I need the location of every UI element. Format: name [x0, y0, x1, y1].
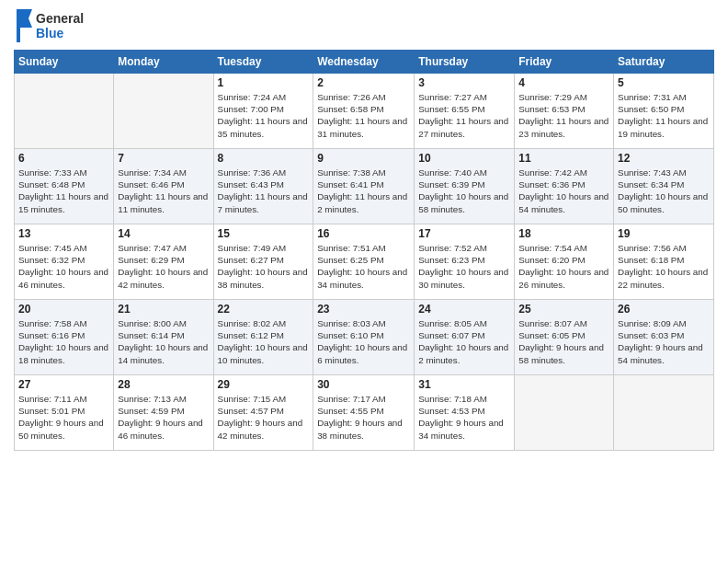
day-header-row: Sunday Monday Tuesday Wednesday Thursday…	[15, 51, 714, 74]
day-number: 14	[118, 227, 209, 240]
header-tuesday: Tuesday	[213, 51, 313, 74]
svg-marker-0	[17, 9, 32, 42]
day-info: Sunrise: 7:36 AM Sunset: 6:43 PM Dayligh…	[218, 167, 310, 215]
day-info: Sunrise: 7:51 AM Sunset: 6:25 PM Dayligh…	[317, 242, 410, 291]
day-number: 26	[618, 303, 710, 316]
day-info: Sunrise: 7:43 AM Sunset: 6:34 PM Dayligh…	[618, 167, 710, 215]
day-info: Sunrise: 7:13 AM Sunset: 4:59 PM Dayligh…	[118, 393, 209, 442]
calendar-cell: 12Sunrise: 7:43 AM Sunset: 6:34 PM Dayli…	[614, 149, 714, 224]
logo-blue-text: Blue	[36, 26, 84, 40]
calendar-cell: 25Sunrise: 8:07 AM Sunset: 6:05 PM Dayli…	[515, 300, 614, 375]
header-wednesday: Wednesday	[313, 51, 415, 74]
calendar-cell: 21Sunrise: 8:00 AM Sunset: 6:14 PM Dayli…	[114, 300, 213, 375]
calendar-cell: 28Sunrise: 7:13 AM Sunset: 4:59 PM Dayli…	[114, 375, 213, 451]
calendar-table: Sunday Monday Tuesday Wednesday Thursday…	[14, 50, 714, 451]
day-info: Sunrise: 7:17 AM Sunset: 4:55 PM Dayligh…	[317, 393, 410, 442]
calendar-cell: 29Sunrise: 7:15 AM Sunset: 4:57 PM Dayli…	[213, 375, 313, 451]
day-number: 1	[218, 76, 310, 89]
logo-general-text: General	[36, 11, 84, 26]
day-info: Sunrise: 7:29 AM Sunset: 6:53 PM Dayligh…	[518, 91, 609, 140]
calendar-cell: 30Sunrise: 7:17 AM Sunset: 4:55 PM Dayli…	[313, 375, 415, 451]
day-number: 28	[118, 378, 209, 391]
day-info: Sunrise: 7:18 AM Sunset: 4:53 PM Dayligh…	[418, 393, 510, 442]
header-monday: Monday	[114, 51, 213, 74]
day-number: 7	[118, 152, 209, 165]
day-number: 19	[618, 227, 710, 240]
day-info: Sunrise: 7:27 AM Sunset: 6:55 PM Dayligh…	[418, 91, 510, 140]
calendar-cell: 17Sunrise: 7:52 AM Sunset: 6:23 PM Dayli…	[415, 224, 515, 300]
calendar-cell: 2Sunrise: 7:26 AM Sunset: 6:58 PM Daylig…	[313, 74, 415, 149]
day-info: Sunrise: 7:34 AM Sunset: 6:46 PM Dayligh…	[118, 167, 209, 215]
day-number: 13	[18, 227, 109, 240]
day-info: Sunrise: 8:07 AM Sunset: 6:05 PM Dayligh…	[518, 317, 609, 366]
day-number: 5	[618, 76, 710, 89]
day-info: Sunrise: 7:24 AM Sunset: 7:00 PM Dayligh…	[218, 91, 310, 140]
day-info: Sunrise: 7:42 AM Sunset: 6:36 PM Dayligh…	[518, 167, 609, 215]
day-info: Sunrise: 7:45 AM Sunset: 6:32 PM Dayligh…	[18, 242, 109, 291]
header-saturday: Saturday	[614, 51, 714, 74]
day-number: 4	[518, 76, 609, 89]
day-number: 24	[418, 303, 510, 316]
calendar-cell: 6Sunrise: 7:33 AM Sunset: 6:48 PM Daylig…	[15, 149, 114, 224]
header-thursday: Thursday	[415, 51, 515, 74]
calendar-cell: 8Sunrise: 7:36 AM Sunset: 6:43 PM Daylig…	[213, 149, 313, 224]
page-container: General Blue Sunday Monday Tuesday Wedne…	[0, 0, 728, 455]
day-number: 27	[18, 378, 109, 391]
day-info: Sunrise: 7:31 AM Sunset: 6:50 PM Dayligh…	[618, 91, 710, 140]
day-number: 11	[518, 152, 609, 165]
header-sunday: Sunday	[15, 51, 114, 74]
header: General Blue	[14, 9, 714, 42]
calendar-cell: 9Sunrise: 7:38 AM Sunset: 6:41 PM Daylig…	[313, 149, 415, 224]
calendar-cell: 15Sunrise: 7:49 AM Sunset: 6:27 PM Dayli…	[213, 224, 313, 300]
calendar-cell: 22Sunrise: 8:02 AM Sunset: 6:12 PM Dayli…	[213, 300, 313, 375]
calendar-cell: 14Sunrise: 7:47 AM Sunset: 6:29 PM Dayli…	[114, 224, 213, 300]
day-info: Sunrise: 7:15 AM Sunset: 4:57 PM Dayligh…	[218, 393, 310, 442]
calendar-cell: 26Sunrise: 8:09 AM Sunset: 6:03 PM Dayli…	[614, 300, 714, 375]
logo: General Blue	[14, 9, 84, 42]
calendar-cell: 11Sunrise: 7:42 AM Sunset: 6:36 PM Dayli…	[515, 149, 614, 224]
day-number: 31	[418, 378, 510, 391]
day-info: Sunrise: 7:40 AM Sunset: 6:39 PM Dayligh…	[418, 167, 510, 215]
day-number: 17	[418, 227, 510, 240]
calendar-cell: 23Sunrise: 8:03 AM Sunset: 6:10 PM Dayli…	[313, 300, 415, 375]
calendar-cell: 13Sunrise: 7:45 AM Sunset: 6:32 PM Dayli…	[15, 224, 114, 300]
calendar-cell	[515, 375, 614, 451]
day-number: 25	[518, 303, 609, 316]
day-number: 22	[218, 303, 310, 316]
day-info: Sunrise: 8:05 AM Sunset: 6:07 PM Dayligh…	[418, 317, 510, 366]
day-number: 15	[218, 227, 310, 240]
day-number: 12	[618, 152, 710, 165]
day-number: 23	[317, 303, 410, 316]
day-info: Sunrise: 8:02 AM Sunset: 6:12 PM Dayligh…	[218, 317, 310, 366]
calendar-header: Sunday Monday Tuesday Wednesday Thursday…	[15, 51, 714, 74]
day-number: 8	[218, 152, 310, 165]
calendar-body: 1Sunrise: 7:24 AM Sunset: 7:00 PM Daylig…	[15, 74, 714, 451]
day-number: 6	[18, 152, 109, 165]
calendar-cell: 27Sunrise: 7:11 AM Sunset: 5:01 PM Dayli…	[15, 375, 114, 451]
day-info: Sunrise: 8:09 AM Sunset: 6:03 PM Dayligh…	[618, 317, 710, 366]
calendar-cell: 18Sunrise: 7:54 AM Sunset: 6:20 PM Dayli…	[515, 224, 614, 300]
day-number: 9	[317, 152, 410, 165]
calendar-cell: 4Sunrise: 7:29 AM Sunset: 6:53 PM Daylig…	[515, 74, 614, 149]
day-info: Sunrise: 7:26 AM Sunset: 6:58 PM Dayligh…	[317, 91, 410, 140]
day-info: Sunrise: 7:52 AM Sunset: 6:23 PM Dayligh…	[418, 242, 510, 291]
calendar-cell	[114, 74, 213, 149]
day-info: Sunrise: 7:11 AM Sunset: 5:01 PM Dayligh…	[18, 393, 109, 442]
calendar-week-row: 6Sunrise: 7:33 AM Sunset: 6:48 PM Daylig…	[15, 149, 714, 224]
day-info: Sunrise: 7:33 AM Sunset: 6:48 PM Dayligh…	[18, 167, 109, 215]
calendar-cell	[614, 375, 714, 451]
calendar-cell: 31Sunrise: 7:18 AM Sunset: 4:53 PM Dayli…	[415, 375, 515, 451]
calendar-cell: 19Sunrise: 7:56 AM Sunset: 6:18 PM Dayli…	[614, 224, 714, 300]
day-info: Sunrise: 7:49 AM Sunset: 6:27 PM Dayligh…	[218, 242, 310, 291]
day-info: Sunrise: 7:54 AM Sunset: 6:20 PM Dayligh…	[518, 242, 609, 291]
day-info: Sunrise: 7:38 AM Sunset: 6:41 PM Dayligh…	[317, 167, 410, 215]
day-number: 20	[18, 303, 109, 316]
day-number: 21	[118, 303, 209, 316]
calendar-cell: 10Sunrise: 7:40 AM Sunset: 6:39 PM Dayli…	[415, 149, 515, 224]
day-info: Sunrise: 7:47 AM Sunset: 6:29 PM Dayligh…	[118, 242, 209, 291]
header-friday: Friday	[515, 51, 614, 74]
calendar-cell	[15, 74, 114, 149]
calendar-week-row: 1Sunrise: 7:24 AM Sunset: 7:00 PM Daylig…	[15, 74, 714, 149]
day-number: 29	[218, 378, 310, 391]
calendar-cell: 3Sunrise: 7:27 AM Sunset: 6:55 PM Daylig…	[415, 74, 515, 149]
